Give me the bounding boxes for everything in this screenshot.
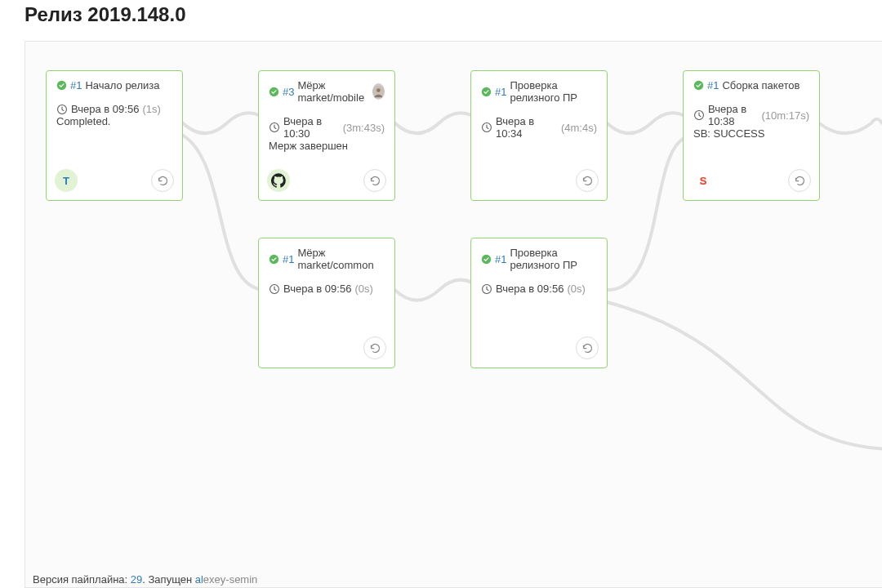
pipeline-version-link[interactable]: 29: [131, 573, 142, 586]
card-release-start[interactable]: #1 Начало релиза Вчера в 09:56 (1s) Comp…: [46, 70, 183, 201]
build-number[interactable]: #3: [283, 86, 294, 98]
status-message: SB: SUCCESS: [693, 127, 809, 140]
user-link[interactable]: al: [195, 573, 203, 586]
card-header: #1 Сборка пакетов: [693, 79, 809, 91]
time-text: Вчера в 09:56: [283, 283, 351, 295]
clock-icon: [481, 122, 492, 133]
card-header: #3 Мёрж market/mobile: [269, 79, 385, 104]
retry-button[interactable]: [576, 169, 599, 192]
time-text: Вчера в 10:38: [708, 103, 758, 127]
check-circle-icon: [56, 80, 67, 91]
status-message: Completed.: [56, 115, 172, 127]
page-title: Релиз 2019.148.0: [24, 3, 882, 26]
build-number[interactable]: #1: [707, 79, 719, 91]
card-header: #1 Проверка релизного ПР: [481, 247, 597, 271]
card-check-pr-bottom[interactable]: #1 Проверка релизного ПР Вчера в 09:56 (…: [470, 238, 608, 368]
retry-button[interactable]: [363, 169, 386, 192]
user-link-rest: exey-semin: [203, 573, 257, 586]
duration: (4m:4s): [561, 122, 597, 134]
card-merge-common[interactable]: #1 Мёрж market/common Вчера в 09:56 (0s): [258, 238, 395, 368]
pipeline-board: #1 Начало релиза Вчера в 09:56 (1s) Comp…: [24, 41, 882, 588]
github-icon: [267, 169, 290, 192]
card-header: #1 Мёрж market/common: [269, 247, 385, 271]
card-build-packages[interactable]: #1 Сборка пакетов Вчера в 10:38 (10m:17s…: [683, 70, 820, 201]
check-circle-icon: [269, 87, 279, 97]
status-message: Мерж завершен: [269, 140, 385, 152]
duration: (1s): [142, 103, 160, 115]
check-circle-icon: [481, 254, 492, 265]
tool-avatar-s: S: [692, 169, 715, 192]
clock-icon: [481, 283, 492, 295]
build-number[interactable]: #1: [70, 79, 82, 91]
clock-icon: [693, 109, 705, 121]
duration: (3m:43s): [343, 122, 385, 134]
user-avatar-icon: [372, 83, 385, 100]
duration: (0s): [354, 283, 372, 295]
clock-icon: [269, 122, 280, 133]
time-text: Вчера в 09:56: [71, 103, 139, 115]
check-circle-icon: [481, 87, 492, 97]
check-circle-icon: [269, 254, 279, 265]
clock-icon: [56, 104, 68, 115]
card-merge-mobile[interactable]: #3 Мёрж market/mobile Вчера в 10:30 (3m:…: [258, 70, 395, 201]
svg-point-4: [376, 88, 381, 92]
build-title: Начало релиза: [85, 79, 159, 91]
build-title: Мёрж market/mobile: [297, 79, 369, 104]
card-header: #1 Проверка релизного ПР: [481, 79, 597, 104]
build-title: Проверка релизного ПР: [510, 247, 597, 271]
retry-button[interactable]: [576, 336, 599, 359]
duration: (0s): [567, 283, 585, 295]
check-circle-icon: [693, 80, 704, 91]
build-title: Мёрж market/common: [297, 247, 385, 271]
time-text: Вчера в 10:30: [283, 115, 340, 140]
build-title: Сборка пакетов: [722, 79, 800, 91]
time-text: Вчера в 10:34: [496, 115, 558, 140]
retry-button[interactable]: [363, 336, 386, 359]
build-number[interactable]: #1: [495, 86, 506, 98]
build-number[interactable]: #1: [283, 253, 294, 265]
footer-text: Версия пайплайна: 29. Запущен alexey-sem…: [33, 573, 257, 586]
duration: (10m:17s): [761, 109, 809, 122]
card-check-pr-top[interactable]: #1 Проверка релизного ПР Вчера в 10:34 (…: [470, 70, 608, 201]
retry-button[interactable]: [151, 169, 174, 192]
clock-icon: [269, 283, 280, 295]
build-title: Проверка релизного ПР: [510, 79, 597, 104]
build-number[interactable]: #1: [495, 253, 506, 265]
card-header: #1 Начало релиза: [56, 79, 172, 91]
time-text: Вчера в 09:56: [496, 283, 564, 295]
tool-avatar-t: T: [55, 169, 78, 192]
retry-button[interactable]: [788, 169, 811, 192]
